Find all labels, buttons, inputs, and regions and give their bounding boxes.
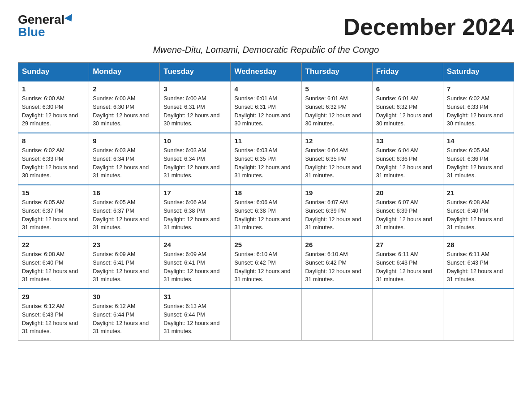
week-row-5: 29 Sunrise: 6:12 AMSunset: 6:43 PMDaylig… <box>18 289 514 341</box>
day-number: 6 <box>376 85 439 93</box>
day-info: Sunrise: 6:09 AMSunset: 6:41 PMDaylight:… <box>163 251 219 283</box>
day-info: Sunrise: 6:08 AMSunset: 6:40 PMDaylight:… <box>447 199 503 231</box>
day-number: 10 <box>163 137 227 145</box>
day-info: Sunrise: 6:04 AMSunset: 6:36 PMDaylight:… <box>376 147 432 179</box>
page-header: General Blue December 2024 <box>18 13 514 40</box>
day-number: 29 <box>22 293 85 300</box>
day-number: 12 <box>305 137 369 145</box>
calendar-cell: 24 Sunrise: 6:09 AMSunset: 6:41 PMDaylig… <box>160 237 231 289</box>
calendar-table: Sunday Monday Tuesday Wednesday Thursday… <box>18 62 514 341</box>
calendar-header-row: Sunday Monday Tuesday Wednesday Thursday… <box>18 63 514 81</box>
day-number: 4 <box>234 85 297 93</box>
calendar-cell: 29 Sunrise: 6:12 AMSunset: 6:43 PMDaylig… <box>18 289 89 341</box>
day-info: Sunrise: 6:01 AMSunset: 6:32 PMDaylight:… <box>376 95 432 127</box>
day-info: Sunrise: 6:06 AMSunset: 6:38 PMDaylight:… <box>234 199 290 231</box>
calendar-cell: 6 Sunrise: 6:01 AMSunset: 6:32 PMDayligh… <box>372 81 443 133</box>
day-number: 21 <box>447 189 510 197</box>
day-number: 13 <box>376 137 439 145</box>
header-wednesday: Wednesday <box>231 63 301 81</box>
calendar-cell: 22 Sunrise: 6:08 AMSunset: 6:40 PMDaylig… <box>18 237 89 289</box>
logo-blue: Blue <box>18 26 45 39</box>
day-info: Sunrise: 6:08 AMSunset: 6:40 PMDaylight:… <box>22 251 78 283</box>
week-row-2: 8 Sunrise: 6:02 AMSunset: 6:33 PMDayligh… <box>18 133 514 185</box>
calendar-cell: 25 Sunrise: 6:10 AMSunset: 6:42 PMDaylig… <box>231 237 301 289</box>
day-number: 25 <box>234 241 297 248</box>
day-number: 19 <box>305 189 369 197</box>
day-info: Sunrise: 6:11 AMSunset: 6:43 PMDaylight:… <box>447 251 503 283</box>
day-number: 5 <box>305 85 369 93</box>
day-number: 22 <box>22 241 85 248</box>
day-info: Sunrise: 6:00 AMSunset: 6:30 PMDaylight:… <box>22 95 78 127</box>
logo-general: General <box>18 13 74 26</box>
calendar-cell: 28 Sunrise: 6:11 AMSunset: 6:43 PMDaylig… <box>443 237 514 289</box>
day-info: Sunrise: 6:00 AMSunset: 6:30 PMDaylight:… <box>93 95 149 127</box>
day-info: Sunrise: 6:02 AMSunset: 6:33 PMDaylight:… <box>22 147 78 179</box>
day-info: Sunrise: 6:06 AMSunset: 6:38 PMDaylight:… <box>163 199 219 231</box>
day-number: 23 <box>93 241 156 248</box>
calendar-cell: 9 Sunrise: 6:03 AMSunset: 6:34 PMDayligh… <box>89 133 160 185</box>
calendar-cell: 3 Sunrise: 6:00 AMSunset: 6:31 PMDayligh… <box>160 81 231 133</box>
day-info: Sunrise: 6:07 AMSunset: 6:39 PMDaylight:… <box>376 199 432 231</box>
calendar-cell <box>301 289 372 341</box>
day-number: 1 <box>22 85 85 93</box>
day-number: 27 <box>376 241 439 248</box>
header-saturday: Saturday <box>443 63 514 81</box>
day-info: Sunrise: 6:04 AMSunset: 6:35 PMDaylight:… <box>305 147 361 179</box>
day-info: Sunrise: 6:00 AMSunset: 6:31 PMDaylight:… <box>163 95 219 127</box>
calendar-cell: 10 Sunrise: 6:03 AMSunset: 6:34 PMDaylig… <box>160 133 231 185</box>
calendar-cell: 12 Sunrise: 6:04 AMSunset: 6:35 PMDaylig… <box>301 133 372 185</box>
day-number: 3 <box>163 85 227 93</box>
calendar-cell: 23 Sunrise: 6:09 AMSunset: 6:41 PMDaylig… <box>89 237 160 289</box>
calendar-cell: 1 Sunrise: 6:00 AMSunset: 6:30 PMDayligh… <box>18 81 89 133</box>
day-info: Sunrise: 6:10 AMSunset: 6:42 PMDaylight:… <box>234 251 290 283</box>
day-number: 7 <box>447 85 510 93</box>
calendar-cell: 11 Sunrise: 6:03 AMSunset: 6:35 PMDaylig… <box>231 133 301 185</box>
calendar-cell: 17 Sunrise: 6:06 AMSunset: 6:38 PMDaylig… <box>160 185 231 237</box>
day-number: 28 <box>447 241 510 248</box>
day-number: 24 <box>163 241 227 248</box>
header-sunday: Sunday <box>18 63 89 81</box>
calendar-cell: 13 Sunrise: 6:04 AMSunset: 6:36 PMDaylig… <box>372 133 443 185</box>
day-info: Sunrise: 6:10 AMSunset: 6:42 PMDaylight:… <box>305 251 361 283</box>
calendar-cell: 7 Sunrise: 6:02 AMSunset: 6:33 PMDayligh… <box>443 81 514 133</box>
day-number: 15 <box>22 189 85 197</box>
header-monday: Monday <box>89 63 160 81</box>
day-number: 14 <box>447 137 510 145</box>
calendar-cell <box>372 289 443 341</box>
day-number: 26 <box>305 241 369 248</box>
day-number: 11 <box>234 137 297 145</box>
calendar-cell: 19 Sunrise: 6:07 AMSunset: 6:39 PMDaylig… <box>301 185 372 237</box>
calendar-cell: 20 Sunrise: 6:07 AMSunset: 6:39 PMDaylig… <box>372 185 443 237</box>
day-info: Sunrise: 6:03 AMSunset: 6:34 PMDaylight:… <box>163 147 219 179</box>
day-info: Sunrise: 6:11 AMSunset: 6:43 PMDaylight:… <box>376 251 432 283</box>
day-info: Sunrise: 6:05 AMSunset: 6:36 PMDaylight:… <box>447 147 503 179</box>
week-row-1: 1 Sunrise: 6:00 AMSunset: 6:30 PMDayligh… <box>18 81 514 133</box>
header-thursday: Thursday <box>301 63 372 81</box>
calendar-cell: 5 Sunrise: 6:01 AMSunset: 6:32 PMDayligh… <box>301 81 372 133</box>
day-info: Sunrise: 6:01 AMSunset: 6:32 PMDaylight:… <box>305 95 361 127</box>
calendar-cell: 2 Sunrise: 6:00 AMSunset: 6:30 PMDayligh… <box>89 81 160 133</box>
calendar-cell: 4 Sunrise: 6:01 AMSunset: 6:31 PMDayligh… <box>231 81 301 133</box>
logo: General Blue <box>18 13 74 39</box>
day-info: Sunrise: 6:12 AMSunset: 6:43 PMDaylight:… <box>22 303 78 334</box>
calendar-cell: 15 Sunrise: 6:05 AMSunset: 6:37 PMDaylig… <box>18 185 89 237</box>
day-number: 30 <box>93 293 156 300</box>
calendar-cell: 16 Sunrise: 6:05 AMSunset: 6:37 PMDaylig… <box>89 185 160 237</box>
day-number: 8 <box>22 137 85 145</box>
month-title: December 2024 <box>343 13 514 40</box>
day-number: 18 <box>234 189 297 197</box>
day-number: 31 <box>163 293 227 300</box>
day-number: 20 <box>376 189 439 197</box>
logo-arrow-icon <box>64 14 75 24</box>
calendar-cell: 31 Sunrise: 6:13 AMSunset: 6:44 PMDaylig… <box>160 289 231 341</box>
calendar-cell: 14 Sunrise: 6:05 AMSunset: 6:36 PMDaylig… <box>443 133 514 185</box>
day-info: Sunrise: 6:02 AMSunset: 6:33 PMDaylight:… <box>447 95 503 127</box>
day-info: Sunrise: 6:12 AMSunset: 6:44 PMDaylight:… <box>93 303 149 334</box>
calendar-cell: 21 Sunrise: 6:08 AMSunset: 6:40 PMDaylig… <box>443 185 514 237</box>
calendar-cell <box>231 289 301 341</box>
calendar-cell: 8 Sunrise: 6:02 AMSunset: 6:33 PMDayligh… <box>18 133 89 185</box>
day-info: Sunrise: 6:03 AMSunset: 6:34 PMDaylight:… <box>93 147 149 179</box>
week-row-3: 15 Sunrise: 6:05 AMSunset: 6:37 PMDaylig… <box>18 185 514 237</box>
header-tuesday: Tuesday <box>160 63 231 81</box>
day-number: 17 <box>163 189 227 197</box>
